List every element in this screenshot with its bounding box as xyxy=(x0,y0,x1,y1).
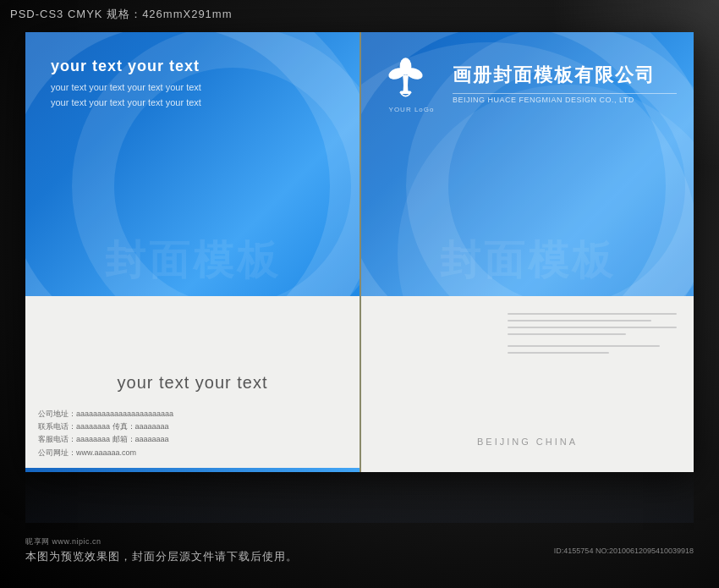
contact-line-1: 公司地址：aaaaaaaaaaaaaaaaaaaaaaa xyxy=(38,408,351,420)
gray-line-3 xyxy=(508,327,677,328)
brochure: your text your text your text your text … xyxy=(25,32,694,472)
bottom-info: 昵享网 www.nipic.cn 本图为预览效果图，封面分层源文件请下载后使用。… xyxy=(25,536,694,564)
gray-line-2 xyxy=(508,320,651,321)
gray-lines-decoration xyxy=(508,313,677,359)
bottom-main-text: 本图为预览效果图，封面分层源文件请下载后使用。 xyxy=(25,549,298,564)
right-watermark: 封面模板 xyxy=(440,234,616,288)
logo-label: YOUR LoGo xyxy=(389,106,435,113)
contact-line-4: 公司网址：www.aaaaaa.com xyxy=(38,447,351,459)
left-panel: your text your text your text your text … xyxy=(25,32,360,472)
left-blue-section: your text your text your text your text … xyxy=(25,32,360,296)
gray-line-5 xyxy=(508,345,660,347)
fleur-de-lis-icon xyxy=(382,53,429,104)
reflection xyxy=(25,472,694,523)
gray-line-1 xyxy=(508,313,677,315)
contact-line-2: 联系电话：aaaaaaaa 传真：aaaaaaaa xyxy=(38,420,351,433)
right-white-section: BEIJING CHINA xyxy=(361,296,694,472)
bottom-nipic-text: 昵享网 www.nipic.cn xyxy=(25,536,298,547)
company-info: 画册封面模板有限公司 BEIJING HUACE FENGMIAN DESIGN… xyxy=(453,63,677,104)
divider-line xyxy=(453,93,677,94)
spec-label: PSD-CS3 CMYK 规格：426mmX291mm xyxy=(10,8,233,20)
company-name-cn: 画册封面模板有限公司 xyxy=(453,63,677,88)
bottom-left-text: 昵享网 www.nipic.cn 本图为预览效果图，封面分层源文件请下载后使用。 xyxy=(25,536,298,564)
right-blue-content: YOUR LoGo 画册封面模板有限公司 BEIJING HUACE FENGM… xyxy=(382,53,677,113)
svg-rect-3 xyxy=(400,91,412,94)
contact-info: 公司地址：aaaaaaaaaaaaaaaaaaaaaaa 联系电话：aaaaaa… xyxy=(38,408,351,459)
right-blue-section: YOUR LoGo 画册封面模板有限公司 BEIJING HUACE FENGM… xyxy=(361,32,694,296)
left-sub-text-1: your text your text your text your text xyxy=(51,80,201,96)
left-sub-text-2: your text your text your text your text xyxy=(51,96,201,111)
contact-line-3: 客服电话：aaaaaaaa 邮箱：aaaaaaaa xyxy=(38,433,351,446)
left-blue-text: your text your text your text your text … xyxy=(51,58,201,110)
left-center-text: your text your text xyxy=(118,373,268,393)
top-info-bar: PSD-CS3 CMYK 规格：426mmX291mm xyxy=(10,7,233,22)
left-white-section: your text your text 公司地址：aaaaaaaaaaaaaaa… xyxy=(25,296,360,472)
left-main-text: your text your text xyxy=(51,58,201,75)
gray-line-4 xyxy=(508,333,626,335)
gray-line-6 xyxy=(508,352,609,354)
bottom-id-text: ID:4155754 NO:20100612095410039918 xyxy=(554,547,694,555)
location-text: BEIJING CHINA xyxy=(361,437,694,447)
left-watermark: 封面模板 xyxy=(105,234,281,288)
right-panel: YOUR LoGo 画册封面模板有限公司 BEIJING HUACE FENGM… xyxy=(360,32,694,472)
company-name-en: BEIJING HUACE FENGMIAN DESIGN CO., LTD xyxy=(453,96,677,104)
